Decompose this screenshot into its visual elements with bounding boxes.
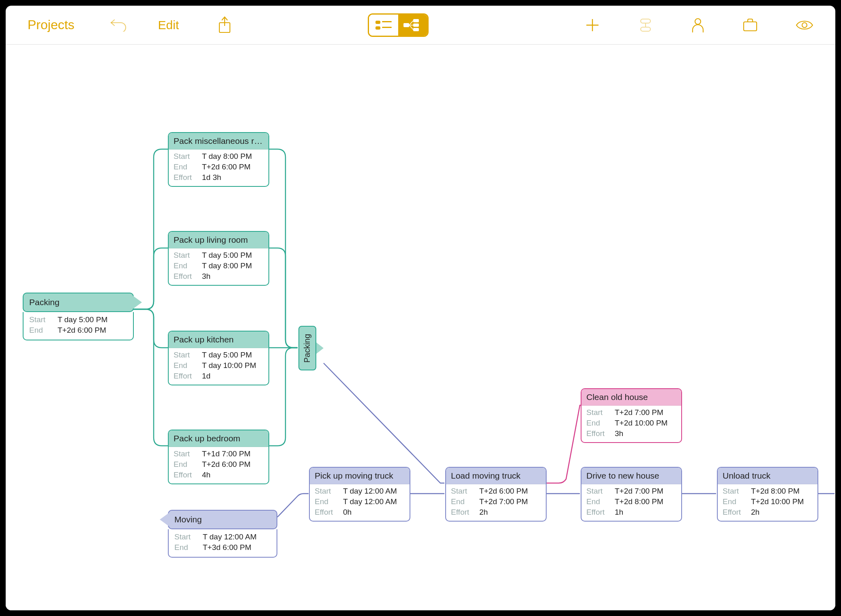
- label-end: End: [29, 326, 58, 335]
- svg-rect-4: [375, 26, 380, 30]
- network-canvas[interactable]: Packing StartT day 5:00 PM EndT+2d 6:00 …: [6, 45, 835, 610]
- view-mode-segmented[interactable]: [368, 13, 429, 37]
- svg-rect-15: [641, 19, 650, 23]
- svg-rect-5: [382, 27, 392, 28]
- group-title: Moving: [174, 515, 202, 524]
- node-unload-truck[interactable]: Unload truck StartT+2d 8:00 PM EndT+2d 1…: [717, 467, 818, 522]
- svg-rect-7: [413, 19, 419, 22]
- label-start: Start: [29, 315, 58, 324]
- svg-rect-19: [744, 22, 757, 31]
- node-title: Drive to new house: [581, 468, 681, 484]
- node-title: Pack up bedroom: [169, 430, 268, 447]
- node-clean-house[interactable]: Clean old house StartT+2d 7:00 PM EndT+2…: [581, 388, 682, 443]
- group-title: Packing: [29, 297, 60, 307]
- node-title: Pack up living room: [169, 232, 268, 248]
- resources-button[interactable]: [684, 14, 712, 36]
- node-load-truck[interactable]: Load moving truck StartT+2d 6:00 PM EndT…: [445, 467, 547, 522]
- svg-point-18: [695, 19, 701, 24]
- svg-rect-2: [375, 21, 380, 24]
- svg-rect-8: [413, 24, 419, 27]
- edit-button[interactable]: Edit: [151, 15, 187, 35]
- projects-button[interactable]: Projects: [20, 14, 82, 36]
- node-title: Clean old house: [581, 389, 681, 406]
- packing-start: T day 5:00 PM: [58, 315, 127, 324]
- add-button[interactable]: [577, 14, 607, 36]
- svg-rect-9: [413, 28, 419, 31]
- eye-button[interactable]: [788, 16, 821, 34]
- group-packing-collapse[interactable]: Packing: [298, 326, 316, 370]
- toolbar: Projects Edit: [6, 6, 835, 45]
- node-pack-misc[interactable]: Pack miscellaneous ro… StartT day 8:00 P…: [168, 132, 269, 187]
- node-pack-bedroom[interactable]: Pack up bedroom StartT+1d 7:00 PM EndT+2…: [168, 430, 269, 484]
- node-title: Load moving truck: [446, 468, 546, 484]
- group-title: Packing: [303, 334, 312, 362]
- svg-line-10: [409, 21, 413, 25]
- node-drive[interactable]: Drive to new house StartT+2d 7:00 PM End…: [581, 467, 682, 522]
- svg-rect-6: [403, 23, 409, 27]
- svg-line-12: [409, 25, 413, 30]
- svg-rect-16: [641, 27, 650, 31]
- briefcase-button[interactable]: [735, 15, 766, 36]
- packing-end: T+2d 6:00 PM: [58, 326, 127, 335]
- view-mode-list[interactable]: [369, 15, 398, 36]
- node-pack-kitchen[interactable]: Pack up kitchen StartT day 5:00 PM EndT …: [168, 331, 269, 385]
- node-title: Pick up moving truck: [310, 468, 410, 484]
- node-title: Unload truck: [718, 468, 817, 484]
- node-pickup-truck[interactable]: Pick up moving truck StartT day 12:00 AM…: [309, 467, 410, 522]
- link-mode-button[interactable]: [630, 14, 661, 36]
- view-mode-network[interactable]: [398, 15, 427, 36]
- node-title: Pack miscellaneous ro…: [169, 133, 268, 150]
- group-packing[interactable]: Packing StartT day 5:00 PM EndT+2d 6:00 …: [23, 293, 134, 340]
- group-moving[interactable]: Moving StartT day 12:00 AM EndT+3d 6:00 …: [168, 510, 277, 558]
- svg-point-20: [802, 23, 807, 28]
- svg-rect-3: [382, 21, 392, 22]
- node-pack-living[interactable]: Pack up living room StartT day 5:00 PM E…: [168, 231, 269, 286]
- undo-button[interactable]: [102, 15, 135, 35]
- node-title: Pack up kitchen: [169, 332, 268, 348]
- share-button[interactable]: [210, 13, 239, 37]
